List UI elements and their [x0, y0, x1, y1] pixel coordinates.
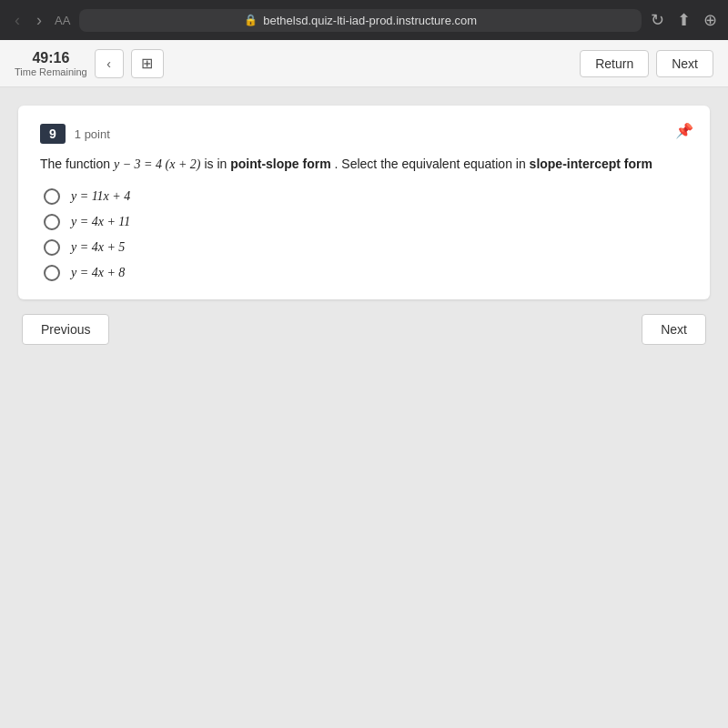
option-text-c: y = 4x + 5: [71, 240, 125, 255]
question-points: 1 point: [75, 127, 110, 141]
next-button-toolbar[interactable]: Next: [656, 50, 713, 77]
previous-button[interactable]: Previous: [22, 314, 109, 345]
question-equation: y − 3 = 4 (x + 2): [114, 157, 201, 171]
browser-chrome: ‹ › AA 🔒 bethelsd.quiz-lti-iad-prod.inst…: [0, 0, 728, 40]
timer-label: Time Remaining: [15, 66, 87, 77]
address-bar: 🔒 bethelsd.quiz-lti-iad-prod.instructure…: [79, 9, 642, 32]
quiz-toolbar: 49:16 Time Remaining ‹ ⊞ Return Next: [0, 40, 728, 87]
forward-button[interactable]: ›: [33, 9, 46, 32]
next-button-bottom[interactable]: Next: [642, 314, 706, 345]
option-text-a: y = 11x + 4: [71, 189, 130, 204]
question-form2: slope-intercept form: [530, 157, 652, 171]
answer-option-c[interactable]: y = 4x + 5: [44, 239, 688, 256]
more-icon[interactable]: ⊕: [703, 10, 717, 30]
share-icon[interactable]: ⬆: [677, 10, 691, 30]
question-text-part3: . Select the equivalent equation in: [335, 157, 530, 171]
main-content: 9 1 point 📌 The function y − 3 = 4 (x + …: [0, 87, 728, 728]
question-number: 9: [40, 124, 66, 144]
timer-section: 49:16 Time Remaining ‹ ⊞: [15, 49, 164, 78]
answer-option-b[interactable]: y = 4x + 11: [44, 214, 688, 230]
browser-actions: ↻ ⬆ ⊕: [651, 10, 717, 30]
timer-block: 49:16 Time Remaining: [15, 50, 87, 77]
answer-option-d[interactable]: y = 4x + 8: [44, 265, 688, 281]
back-button[interactable]: ‹: [11, 9, 24, 32]
return-button[interactable]: Return: [580, 50, 649, 77]
question-text-part1: The function: [40, 157, 114, 171]
bottom-nav: Previous Next: [18, 314, 710, 345]
question-text-part2: is in: [204, 157, 230, 171]
option-text-b: y = 4x + 11: [71, 215, 130, 229]
reload-icon[interactable]: ↻: [651, 10, 664, 30]
aa-label[interactable]: AA: [55, 14, 70, 27]
radio-c[interactable]: [44, 239, 60, 256]
question-form1: point-slope form: [230, 157, 330, 171]
chevron-left-button[interactable]: ‹: [95, 49, 124, 78]
radio-b[interactable]: [44, 214, 60, 230]
radio-a[interactable]: [44, 188, 60, 205]
timer-value: 49:16: [32, 50, 69, 66]
answer-options: y = 11x + 4 y = 4x + 11 y = 4x + 5 y = 4…: [44, 188, 688, 281]
url-text: bethelsd.quiz-lti-iad-prod.instructure.c…: [263, 14, 477, 27]
radio-d[interactable]: [44, 265, 60, 281]
question-card: 9 1 point 📌 The function y − 3 = 4 (x + …: [18, 106, 710, 299]
question-text: The function y − 3 = 4 (x + 2) is in poi…: [40, 155, 688, 174]
lock-icon: 🔒: [244, 14, 258, 26]
option-text-d: y = 4x + 8: [71, 266, 125, 280]
pin-icon[interactable]: 📌: [675, 122, 693, 139]
question-header: 9 1 point: [40, 124, 688, 144]
answer-option-a[interactable]: y = 11x + 4: [44, 188, 688, 205]
toolbar-right: Return Next: [580, 50, 713, 77]
calculator-button[interactable]: ⊞: [131, 49, 164, 78]
